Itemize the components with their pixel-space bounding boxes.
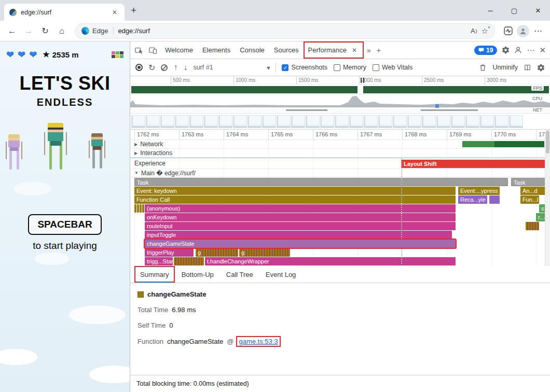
flame-bar-inputtoggle[interactable]: inputToggle xyxy=(145,231,452,239)
capture-settings-icon[interactable] xyxy=(537,64,545,72)
spacebar-button[interactable]: SPACEBAR xyxy=(28,214,101,235)
screenshot-thumbnail[interactable] xyxy=(378,115,392,128)
tab-bottom-up[interactable]: Bottom-Up xyxy=(176,266,219,283)
screenshot-thumbnail[interactable] xyxy=(175,115,189,128)
flame-bar-onkeydown[interactable]: onKeydown xyxy=(145,213,456,221)
screenshot-thumbnail[interactable] xyxy=(393,115,407,128)
close-window-button[interactable]: ✕ xyxy=(526,0,550,21)
flame-bar-triggerplay[interactable]: triggerPlay xyxy=(145,248,194,257)
back-button[interactable]: ← xyxy=(4,23,20,39)
screenshot-thumbnail[interactable] xyxy=(189,115,203,128)
checkbox-web-vitals[interactable]: Web Vitals xyxy=(373,64,412,71)
flame-bar-t-handlechangewrapper[interactable]: t.handleChangeWrapper xyxy=(205,257,456,265)
screenshot-thumbnail[interactable] xyxy=(233,115,247,128)
flame-bar-routeinput[interactable]: routeInput xyxy=(145,222,456,230)
record-reload-button[interactable]: ↻ xyxy=(148,63,155,73)
flame-bar-r-e[interactable]: r...e xyxy=(536,213,545,221)
inspect-element-icon[interactable] xyxy=(132,44,146,57)
source-link[interactable]: game.ts:53:3 xyxy=(239,338,278,345)
screenshot-thumbnail[interactable] xyxy=(480,115,494,128)
flame-bar-task[interactable]: Task xyxy=(511,178,547,186)
flame-bar-task[interactable]: Task xyxy=(134,178,508,186)
flame-bar-event-keydown[interactable]: Event: keydown xyxy=(134,187,456,195)
address-bar[interactable]: Edge edge://surf A) ☆+ xyxy=(75,23,495,39)
new-tab-button[interactable]: + xyxy=(125,5,143,16)
screenshot-thumbnail[interactable] xyxy=(364,115,378,128)
browser-essentials-icon[interactable] xyxy=(500,23,516,39)
maximize-button[interactable]: ▢ xyxy=(502,0,526,21)
edge-badge[interactable]: Edge xyxy=(81,27,114,35)
flame-bar-g[interactable]: g xyxy=(196,248,238,257)
more-tabs-icon[interactable]: » xyxy=(364,46,374,54)
record-button[interactable] xyxy=(135,64,143,71)
browser-menu-button[interactable]: ⋯ xyxy=(530,23,546,39)
screenshot-thumbnail[interactable] xyxy=(422,115,436,128)
flame-bar-g[interactable]: g xyxy=(239,248,290,257)
screenshot-thumbnail[interactable] xyxy=(451,115,465,128)
add-panel-icon[interactable]: + xyxy=(374,46,383,54)
network-track[interactable]: ▶Network xyxy=(130,140,550,149)
screenshot-thumbnail[interactable] xyxy=(465,115,479,128)
tab-event-log[interactable]: Event Log xyxy=(260,266,302,283)
tab-console[interactable]: Console xyxy=(235,41,269,59)
clear-recordings-button[interactable] xyxy=(161,64,168,71)
read-aloud-icon[interactable]: A) xyxy=(471,27,477,35)
devtools-settings-icon[interactable] xyxy=(502,46,510,54)
flame-bar-function-call[interactable]: Function Call xyxy=(134,195,456,204)
checkbox-box[interactable]: ✓ xyxy=(282,64,288,71)
screenshot-thumbnail[interactable] xyxy=(494,115,508,128)
flame-bar-an-d[interactable]: An...d xyxy=(520,187,546,195)
browser-tab[interactable]: edge://surf ✕ xyxy=(4,4,125,21)
screenshot-thumbnail[interactable] xyxy=(248,115,262,128)
unminify-book-icon[interactable] xyxy=(524,64,531,72)
screenshot-thumbnail[interactable] xyxy=(131,115,145,128)
screenshot-thumbnail[interactable] xyxy=(291,115,305,128)
flame-bar-changegamestate[interactable]: changeGameState xyxy=(145,240,456,248)
minimize-button[interactable]: ─ xyxy=(478,0,502,21)
favorite-icon[interactable]: ☆+ xyxy=(482,26,488,36)
devtools-close-icon[interactable]: ✕ xyxy=(539,46,546,55)
net-lane[interactable]: NET xyxy=(130,107,550,114)
checkbox-box[interactable] xyxy=(373,64,379,71)
experience-track[interactable]: Experience Layout Shift xyxy=(130,158,550,169)
checkbox-memory[interactable]: Memory xyxy=(334,64,366,71)
expand-icon[interactable]: ▶ xyxy=(134,142,138,147)
flame-bar-anonymous[interactable]: (anonymous) xyxy=(145,204,456,213)
fps-lane[interactable]: FPS xyxy=(130,85,550,95)
device-toolbar-icon[interactable] xyxy=(146,44,160,57)
tab-elements[interactable]: Elements xyxy=(198,41,235,59)
tab-summary[interactable]: Summary xyxy=(134,266,175,283)
screenshot-thumbnail[interactable] xyxy=(407,115,421,128)
flame-chart[interactable]: TaskTaskEvent: keydownEvent:...ypressAn.… xyxy=(130,177,550,266)
tab-call-tree[interactable]: Call Tree xyxy=(221,266,259,283)
reload-button[interactable]: ↻ xyxy=(37,23,53,39)
network-request-bar[interactable] xyxy=(462,141,544,147)
expand-icon[interactable]: ▶ xyxy=(134,151,138,156)
save-profile-button[interactable]: ↓ xyxy=(183,63,187,72)
layout-shift-bar[interactable]: Layout Shift xyxy=(401,160,550,168)
cpu-lane[interactable]: CPU xyxy=(130,95,550,107)
flame-bar-event-ypress[interactable]: Event:...ypress xyxy=(458,187,500,195)
main-thread-track[interactable]: ▼Main � edge://surf/ xyxy=(130,169,550,177)
delete-recording-icon[interactable] xyxy=(479,64,487,72)
collapse-icon[interactable]: ▼ xyxy=(134,171,139,175)
screenshot-thumbnail[interactable] xyxy=(349,115,363,128)
flame-bar-fun-l[interactable]: Fun...l xyxy=(520,195,539,204)
surf-game-pane[interactable]: ❤ ❤ ❤ ★ 2535 m LET'S SKI ENDLESS xyxy=(0,41,130,392)
interactions-track[interactable]: ▶Interactions xyxy=(130,149,550,158)
screenshot-thumbnail[interactable] xyxy=(160,115,174,128)
timeline-scrollbar[interactable] xyxy=(545,130,550,266)
tab-sources[interactable]: Sources xyxy=(269,41,304,59)
forward-button[interactable]: → xyxy=(21,23,36,39)
flame-bar[interactable] xyxy=(134,204,136,213)
flame-bar[interactable] xyxy=(140,204,142,213)
tab-welcome[interactable]: Welcome xyxy=(160,41,198,59)
home-button[interactable]: ⌂ xyxy=(54,23,70,39)
character-select-icon[interactable] xyxy=(112,51,123,58)
screenshot-thumbnail[interactable] xyxy=(146,115,160,128)
profile-avatar[interactable] xyxy=(517,25,529,37)
unminify-label[interactable]: Unminify xyxy=(492,64,518,71)
load-profile-button[interactable]: ↑ xyxy=(173,63,177,72)
timeline-detail[interactable]: 1762 ms1763 ms1764 ms1765 ms1766 ms1767 … xyxy=(130,130,550,266)
tab-performance[interactable]: Performance✕ xyxy=(304,41,364,59)
